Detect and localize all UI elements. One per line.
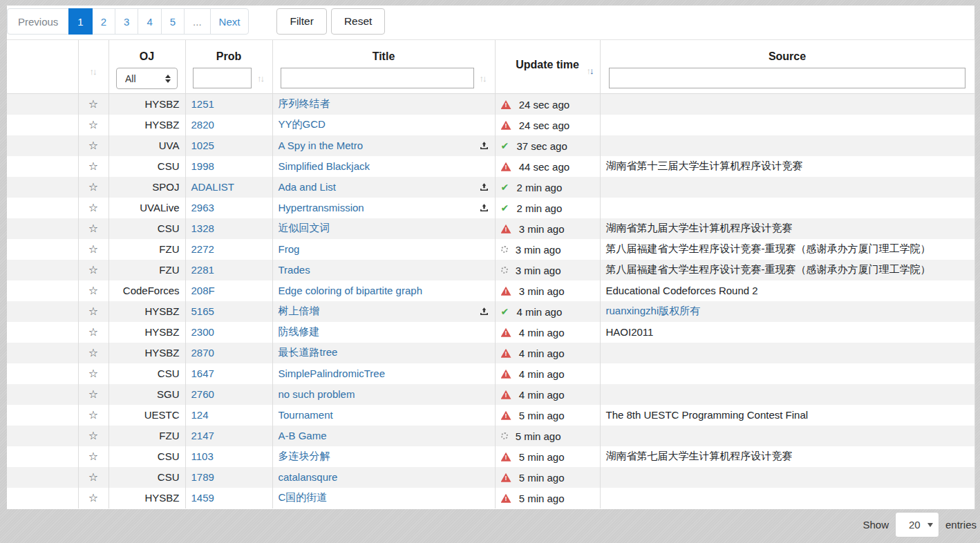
upload-icon[interactable] [479,182,489,192]
pagination-page-5[interactable]: 5 [161,8,185,35]
favorite-star-icon[interactable] [88,471,98,483]
problem-title-link[interactable]: Frog [279,243,300,255]
prob-filter-input[interactable] [193,68,252,88]
problem-title-link[interactable]: 多连块分解 [279,450,330,463]
table-body: HYSBZ 1251 序列终结者 [7,94,974,508]
favorite-star-icon[interactable] [88,181,98,193]
show-label: Show [863,519,889,531]
problem-id-link[interactable]: ADALIST [191,181,235,193]
oj-name: HYSBZ [109,322,185,343]
problem-id-link[interactable]: 1251 [191,98,214,110]
pagination-ellipsis[interactable]: ... [184,8,211,35]
favorite-star-icon[interactable] [88,450,98,462]
problem-id-link[interactable]: 124 [191,409,209,421]
problem-title-link[interactable]: Trades [279,264,310,276]
oj-filter-select[interactable]: All [116,68,178,89]
problem-id-link[interactable]: 208F [191,285,215,296]
problem-title-link[interactable]: Tournament [279,409,333,421]
problem-id-link[interactable]: 2147 [191,430,214,441]
favorite-star-icon[interactable] [88,243,98,255]
source-link[interactable]: ruanxingzhi版权所有 [606,305,701,316]
problem-title-link[interactable]: A-B Game [279,430,327,441]
problem-id-link[interactable]: 1328 [191,222,214,234]
sort-toggle-prob[interactable] [257,73,265,84]
sort-toggle-update-time[interactable] [587,66,594,76]
pagination-page-4[interactable]: 4 [138,8,161,35]
favorite-star-icon[interactable] [88,202,98,213]
pagination-previous[interactable]: Previous [7,8,69,35]
problem-id-link[interactable]: 2300 [191,326,214,338]
problem-title-link[interactable]: 防线修建 [279,325,320,339]
problem-id-link[interactable]: 2870 [191,347,214,359]
favorite-star-icon[interactable] [88,430,98,441]
table-row: CSU 1789 catalansqure [7,467,974,488]
problem-title-link[interactable]: C国的街道 [279,491,328,504]
favorite-star-icon[interactable] [88,409,98,421]
problem-id-link[interactable]: 5165 [191,305,214,317]
favorite-star-icon[interactable] [88,119,98,131]
problem-id-link[interactable]: 2281 [191,264,214,276]
favorite-star-icon[interactable] [88,388,98,400]
favorite-star-icon[interactable] [88,98,98,110]
update-time-column-title: Update time [496,59,600,71]
favorite-star-icon[interactable] [88,347,98,359]
table-row: HYSBZ 1251 序列终结者 [7,94,974,115]
problem-id-link[interactable]: 1025 [191,140,214,151]
filter-button[interactable]: Filter [276,8,326,35]
oj-name: HYSBZ [109,94,185,115]
favorite-star-icon[interactable] [88,140,98,151]
problem-id-link[interactable]: 1998 [191,160,214,172]
table-row: HYSBZ 2300 防线修建 [7,322,974,343]
problem-title-link[interactable]: Hypertransmission [279,202,364,213]
problem-title-link[interactable]: 序列终结者 [279,97,330,111]
problem-id-link[interactable]: 2963 [191,202,214,213]
favorite-star-icon[interactable] [88,305,98,317]
oj-name: FZU [109,426,185,446]
problem-id-link[interactable]: 2820 [191,119,214,131]
problem-id-link[interactable]: 1459 [191,492,214,504]
pagination-page-1[interactable]: 1 [68,8,92,35]
oj-name: CSU [109,467,185,488]
problem-title-link[interactable]: SimplePalindromicTree [279,368,386,379]
update-time-text: 4 min ago [519,347,565,359]
problem-id-link[interactable]: 2760 [191,388,214,400]
favorite-star-icon[interactable] [88,285,98,296]
problem-title-link[interactable]: 近似回文词 [279,222,330,235]
problem-title-link[interactable]: Edge coloring of bipartite graph [279,285,422,296]
upload-icon[interactable] [479,140,489,151]
row-leading-cell [7,218,78,239]
problem-id-link[interactable]: 1789 [191,471,214,483]
upload-icon[interactable] [479,202,489,213]
sort-toggle-title[interactable] [480,73,487,84]
favorite-star-icon[interactable] [88,160,98,172]
problem-id-link[interactable]: 2272 [191,243,214,255]
favorite-star-icon[interactable] [88,222,98,234]
reset-button[interactable]: Reset [331,8,386,35]
favorite-star-icon[interactable] [88,326,98,338]
title-filter-input[interactable] [281,68,474,88]
problem-title-link[interactable]: 树上倍增 [279,305,320,318]
problem-title-link[interactable]: A Spy in the Metro [279,140,364,151]
favorite-star-icon[interactable] [88,264,98,276]
problem-title-link[interactable]: catalansqure [279,471,338,483]
problem-title-link[interactable]: Ada and List [279,181,336,193]
page-size-select[interactable]: 20 [895,512,939,537]
pagination-next[interactable]: Next [210,8,249,35]
sort-toggle-favorite[interactable] [79,66,109,77]
problem-title-link[interactable]: YY的GCD [279,118,326,131]
problem-title-link[interactable]: no such problem [279,388,355,400]
oj-name: HYSBZ [109,301,185,322]
favorite-star-icon[interactable] [88,492,98,504]
table-row: FZU 2147 A-B Game [7,426,974,446]
oj-name: FZU [109,239,185,260]
problem-title-link[interactable]: 最长道路tree [279,346,338,359]
pagination-page-3[interactable]: 3 [115,8,138,35]
pagination-page-2[interactable]: 2 [92,8,115,35]
problem-title-link[interactable]: Simplified Blackjack [279,160,370,172]
warning-icon [501,411,511,420]
problem-id-link[interactable]: 1103 [191,450,214,462]
problem-id-link[interactable]: 1647 [191,368,214,379]
upload-icon[interactable] [479,306,489,316]
source-filter-input[interactable] [609,68,965,88]
favorite-star-icon[interactable] [88,368,98,379]
